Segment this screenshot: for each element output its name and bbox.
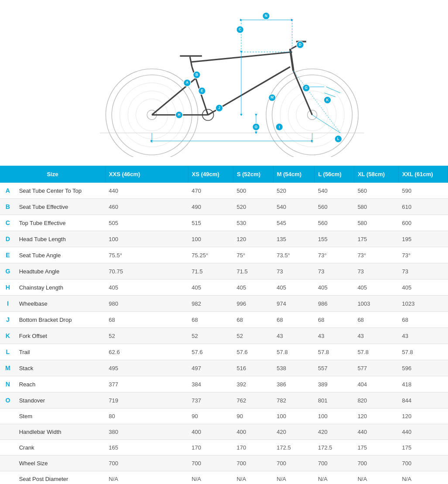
row-letter: I [0, 296, 16, 312]
row-value: 405 [398, 279, 448, 296]
row-value: 420 [315, 424, 354, 440]
row-letter [0, 456, 16, 471]
row-value: 120 [354, 409, 399, 424]
row-label: Stem [16, 409, 106, 424]
row-value: 515 [188, 215, 233, 231]
row-value: N/A [105, 471, 188, 484]
row-value: 68 [315, 312, 354, 328]
row-value: 73 [273, 263, 315, 279]
row-value: 610 [398, 199, 448, 215]
row-value: 100 [315, 409, 354, 424]
row-letter: N [0, 376, 16, 392]
table-row: BSeat Tube Effective46049052054056058061… [0, 199, 448, 215]
col-header-xxl: XXL (61cm) [398, 166, 448, 183]
row-value: 418 [398, 376, 448, 392]
row-value: 389 [315, 376, 354, 392]
svg-text:D: D [299, 43, 301, 47]
svg-text:I: I [279, 125, 280, 129]
table-row: LTrail62.657.657.657.857.857.857.8 [0, 344, 448, 360]
row-letter [0, 440, 16, 456]
table-row: NReach377384392386389404418 [0, 376, 448, 392]
svg-text:E: E [201, 89, 203, 93]
row-value: N/A [188, 471, 233, 484]
svg-text:M: M [270, 96, 274, 100]
row-value: 700 [354, 456, 399, 471]
row-value: 405 [105, 279, 188, 296]
svg-text:B: B [195, 73, 198, 77]
svg-text:L: L [337, 137, 339, 141]
row-value: 170 [233, 440, 273, 456]
table-row: Stem809090100100120120 [0, 409, 448, 424]
row-value: 52 [105, 328, 188, 344]
row-letter: K [0, 328, 16, 344]
row-value: 580 [354, 199, 399, 215]
row-value: 155 [315, 231, 354, 247]
row-value: 62.6 [105, 344, 188, 360]
row-value: 384 [188, 376, 233, 392]
table-row: OStandover719737762782801820844 [0, 392, 448, 409]
row-value: N/A [273, 471, 315, 484]
svg-text:H: H [178, 113, 181, 117]
row-value: 719 [105, 392, 188, 409]
svg-text:O: O [255, 125, 258, 129]
row-value: 57.6 [233, 344, 273, 360]
row-value: 460 [105, 199, 188, 215]
row-value: 470 [188, 183, 233, 199]
table-row: HChainstay Length405405405405405405405 [0, 279, 448, 296]
table-row: KFork Offset52525243434343 [0, 328, 448, 344]
table-row: MStack495497516538557577596 [0, 360, 448, 376]
row-label: Bottom Bracket Drop [16, 312, 106, 328]
row-label: Standover [16, 392, 106, 409]
table-row: Handlebar Width380400400420420440440 [0, 424, 448, 440]
row-value: 405 [188, 279, 233, 296]
row-value: 70.75 [105, 263, 188, 279]
row-letter: M [0, 360, 16, 376]
row-value: 405 [273, 279, 315, 296]
row-value: 400 [233, 424, 273, 440]
row-value: 580 [354, 215, 399, 231]
table-row: Wheel Size700700700700700700700 [0, 456, 448, 471]
table-row: JBottom Bracket Drop68686868686868 [0, 312, 448, 328]
row-value: 135 [273, 231, 315, 247]
table-row: Seat Post DiameterN/AN/AN/AN/AN/AN/AN/A [0, 471, 448, 484]
row-value: 700 [233, 456, 273, 471]
row-value: 57.8 [398, 344, 448, 360]
row-value: 404 [354, 376, 399, 392]
row-value: 57.6 [188, 344, 233, 360]
row-value: 71.5 [188, 263, 233, 279]
bike-diagram: A B C D E G H I J K L M [9, 9, 439, 157]
col-header-m: M (54cm) [273, 166, 315, 183]
row-value: 68 [398, 312, 448, 328]
row-label: Fork Offset [16, 328, 106, 344]
row-value: 982 [188, 296, 233, 312]
row-value: 560 [315, 199, 354, 215]
row-letter [0, 409, 16, 424]
row-value: 700 [105, 456, 188, 471]
row-value: 557 [315, 360, 354, 376]
row-value: 590 [398, 183, 448, 199]
row-value: 801 [315, 392, 354, 409]
row-value: 538 [273, 360, 315, 376]
row-value: 175 [354, 440, 399, 456]
row-value: 495 [105, 360, 188, 376]
table-row: IWheelbase98098299697498610031023 [0, 296, 448, 312]
row-value: 497 [188, 360, 233, 376]
row-value: 73 [315, 263, 354, 279]
svg-text:A: A [186, 81, 188, 85]
row-value: 172.5 [273, 440, 315, 456]
row-value: 844 [398, 392, 448, 409]
row-value: N/A [315, 471, 354, 484]
row-value: 737 [188, 392, 233, 409]
table-row: GHeadtube Angle70.7571.571.573737373 [0, 263, 448, 279]
row-label: Handlebar Width [16, 424, 106, 440]
row-letter: J [0, 312, 16, 328]
row-value: 560 [354, 183, 399, 199]
row-value: 405 [315, 279, 354, 296]
row-value: 420 [273, 424, 315, 440]
row-letter: C [0, 215, 16, 231]
row-value: 43 [398, 328, 448, 344]
svg-line-36 [324, 93, 335, 97]
row-value: 73° [354, 247, 399, 263]
row-value: 120 [398, 409, 448, 424]
row-letter: B [0, 199, 16, 215]
